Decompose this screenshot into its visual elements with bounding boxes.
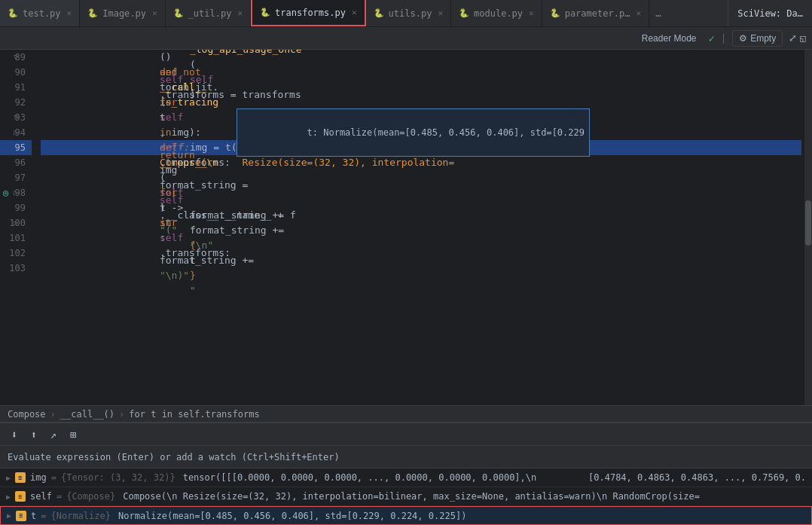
watch-type-icon: ≡ [15,472,26,483]
separator: | [721,33,726,44]
watch-extra-img: [0.4784, 0.4863, 0.4863, ..., 0.7569, 0. [588,472,806,483]
down-arrow-icon: ⬇ [11,429,17,441]
debug-down-button[interactable]: ⬇ [6,426,23,443]
breadcrumb: Compose › __call__() › for t in self.tra… [0,405,812,422]
tab-close-icon[interactable]: ✕ [438,8,443,18]
py-file-icon: 🐍 [550,8,560,18]
tab-test-py[interactable]: 🐍 test.py ✕ [0,0,80,26]
tab-label: transforms.py [275,8,346,18]
code-line-103: format_string += "\n)" [41,261,801,276]
py-file-icon: 🐍 [459,8,469,18]
watch-key-self: self [30,491,52,502]
expand-icon: ▶ [6,493,11,501]
py-file-icon: 🐍 [173,8,184,18]
watch-placeholder: Evaluate expression (Enter) or add a wat… [8,452,340,462]
watch-type-icon: ≡ [16,511,26,521]
watch-item-img[interactable]: ▶ ≡ img = {Tensor: (3, 32, 32)} tensor([… [0,469,812,487]
py-file-icon-active: 🐍 [260,8,270,17]
tab-close-icon[interactable]: ✕ [237,8,243,18]
watch-item-self[interactable]: ▶ ≡ self = {Compose} Compose(\n Resize(s… [0,487,812,506]
tab-module-py[interactable]: 🐍 module.py ✕ [451,0,542,26]
sciview-button[interactable]: SciView: Da… [728,0,812,26]
tab-utils-py[interactable]: 🐍 utils.py ✕ [366,0,451,26]
debug-grid-button[interactable]: ⊞ [65,426,81,443]
scrollbar-thumb[interactable] [805,200,811,246]
breadcrumb-compose[interactable]: Compose [8,409,46,420]
tab-label: Image.py [102,8,146,19]
editor-section: ▽ 89 90 91 92 ▽ 93 ▷ 94 [0,50,812,422]
watch-val-t: Normalize(mean=[0.485, 0.456, 0.406], st… [118,511,805,521]
main-window: 🐍 test.py ✕ 🐍 Image.py ✕ 🐍 _util.py ✕ 🐍 … [0,0,812,525]
gutter-97: 97 [0,170,32,185]
watch-key-img: img [30,472,47,483]
code-editor-content[interactable]: if not torch.jit. is_scripting () and no… [38,50,804,405]
py-file-icon: 🐍 [87,8,98,18]
tab-bar: 🐍 test.py ✕ 🐍 Image.py ✕ 🐍 _util.py ✕ 🐍 … [0,0,812,27]
debug-toolbar: ⬇ ⬆ ↗ ⊞ [0,423,812,446]
line-gutter: ▽ 89 90 91 92 ▽ 93 ▷ 94 [0,50,38,405]
tab-label: _util.py [188,8,232,19]
gutter-93: ▽ 93 [0,110,32,125]
up-arrow-icon: ⬆ [31,429,37,441]
tab-label: parameter.p… [565,8,630,19]
tab-label: test.py [23,8,61,19]
breadcrumb-call[interactable]: __call__() [60,409,114,420]
expand-icon[interactable]: ⤢ [789,32,797,44]
tab-close-icon[interactable]: ✕ [67,8,72,18]
debug-section: ⬇ ⬆ ↗ ⊞ Evaluate expression (Enter) or a… [0,422,812,525]
watch-val-self: Compose(\n Resize(size=(32, 32), interpo… [123,491,806,502]
debug-jump-button[interactable]: ↗ [45,426,62,443]
tab-util-py[interactable]: 🐍 _util.py ✕ [166,0,251,26]
tab-transforms-py[interactable]: 🐍 transforms.py ✕ [251,0,366,26]
tab-parameter-py[interactable]: 🐍 parameter.p… ✕ [542,0,649,26]
gutter-98: ◎ ▷ 98 [0,185,32,200]
tab-close-icon[interactable]: ✕ [636,8,641,18]
code-line-94: for t in self .transforms: t: Normalize(… [41,125,801,140]
gutter-94: ▷ 94 [0,125,32,140]
reader-mode-button[interactable]: Reader Mode [636,31,703,46]
panel-icons: ⤢ ◱ [789,32,806,44]
top-toolbar: Reader Mode ✓ | ⚙ Empty ⤢ ◱ [0,27,812,50]
py-file-icon: 🐍 [8,8,18,18]
tab-close-icon[interactable]: ✕ [152,8,157,18]
expand-icon: ▶ [7,511,11,520]
watch-val-img: tensor([[[0.0000, 0.0000, 0.0000, ..., 0… [183,472,578,483]
gutter-89: ▽ 89 [0,50,32,65]
float-icon[interactable]: ◱ [800,32,806,44]
watch-type-icon: ≡ [15,491,26,502]
tab-close-icon[interactable]: ✕ [529,8,534,18]
editor-scrollbar[interactable] [804,50,812,405]
empty-button[interactable]: ⚙ Empty [732,30,783,47]
tab-label: utils.py [389,8,432,19]
overflow-icon: … [655,8,661,19]
watch-items-list: ▶ ≡ img = {Tensor: (3, 32, 32)} tensor([… [0,469,812,525]
breadcrumb-for[interactable]: for t in self.transforms [129,409,259,420]
gutter-102: 102 [0,246,32,261]
gutter-95: 95 [0,140,32,155]
checkmark-icon: ✓ [708,32,714,44]
empty-icon: ⚙ [739,33,747,44]
sciview-label: SciView: Da… [737,8,803,19]
gutter-103: 103 [0,261,32,276]
grid-icon: ⊞ [70,429,76,441]
debug-up-button[interactable]: ⬆ [26,426,42,443]
tab-close-icon[interactable]: ✕ [352,8,357,17]
jump-icon: ↗ [50,429,56,441]
watch-key-t: t [31,511,36,521]
empty-label: Empty [750,33,776,44]
tab-label: module.py [474,8,523,19]
gutter-99: 99 [0,200,32,215]
watch-item-t[interactable]: ▶ ≡ t = {Normalize} Normalize(mean=[0.48… [0,506,812,525]
expand-icon: ▶ [6,474,11,482]
tab-image-py[interactable]: 🐍 Image.py ✕ [80,0,165,26]
tabs-overflow-button[interactable]: … [649,0,667,26]
tooltip-box: t: Normalize(mean=[0.485, 0.456, 0.406],… [237,108,590,157]
gutter-101: 101 [0,230,32,246]
gutter-91: 91 [0,80,32,95]
py-file-icon: 🐍 [374,8,384,18]
gutter-96: 96 [0,155,32,170]
gutter-92: 92 [0,95,32,110]
watch-input-row: Evaluate expression (Enter) or add a wat… [0,446,812,469]
code-area: ▽ 89 90 91 92 ▽ 93 ▷ 94 [0,50,812,405]
gutter-100: ▷ 100 [0,215,32,230]
